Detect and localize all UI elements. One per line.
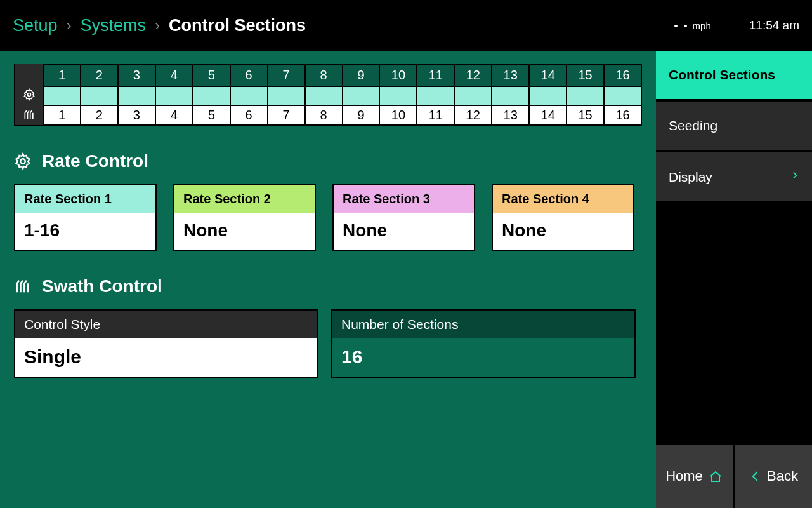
back-button[interactable]: Back [735, 444, 812, 508]
section-strip: 12345678910111213141516 1234567891011121… [14, 64, 642, 126]
chevron-right-icon: › [67, 17, 72, 34]
strip-bottom-cell: 8 [305, 105, 343, 125]
chevron-right-icon [790, 169, 799, 185]
strip-row-bar [43, 86, 641, 105]
strip-bottom-cell: 10 [379, 105, 417, 125]
side-tab-label: Seeding [669, 118, 717, 133]
rate-section-value: None [334, 213, 474, 250]
rate-section-label: Rate Section 3 [334, 185, 474, 213]
rate-section-label: Rate Section 2 [174, 185, 315, 213]
rate-section-cards: Rate Section 11-16Rate Section 2NoneRate… [14, 184, 642, 251]
strip-bottom-cell: 6 [230, 105, 268, 125]
strip-bottom-cell: 7 [268, 105, 305, 125]
breadcrumb-systems[interactable]: Systems [81, 16, 147, 36]
rate-section-value: None [493, 213, 633, 250]
strip-bar-cell [379, 86, 417, 105]
strip-top-cell: 10 [379, 64, 417, 86]
chevron-left-icon [749, 469, 762, 484]
strip-top-cell: 11 [417, 64, 454, 86]
speed-value: - - [674, 19, 689, 32]
rate-section-card-1[interactable]: Rate Section 11-16 [14, 184, 157, 251]
strip-bottom-cell: 1 [43, 105, 81, 125]
swath-control-header: Swath Control [14, 276, 642, 297]
speed-display: - - mph [674, 19, 711, 32]
strip-top-cell: 1 [43, 64, 81, 86]
strip-top-cell: 3 [118, 64, 155, 86]
side-tab-label: Control Sections [669, 67, 775, 83]
num-sections-value: 16 [332, 338, 634, 377]
side-panel: Control SectionsSeedingDisplay Home [656, 51, 812, 508]
control-style-value[interactable]: Single [15, 338, 317, 377]
home-label: Home [665, 468, 703, 485]
side-tab-control-sections[interactable]: Control Sections [656, 51, 812, 99]
side-tab-display[interactable]: Display [656, 152, 812, 201]
gear-icon [15, 84, 43, 105]
strip-bottom-cell: 9 [343, 105, 380, 125]
strip-bar-cell [604, 86, 641, 105]
strip-bar-cell [566, 86, 604, 105]
strip-bar-cell [305, 86, 343, 105]
strip-top-cell: 14 [529, 64, 566, 86]
strip-bar-cell [193, 86, 230, 105]
strip-bottom-cell: 16 [604, 105, 641, 125]
breadcrumb-setup[interactable]: Setup [13, 16, 58, 36]
clock: 11:54 am [749, 18, 799, 32]
home-icon [708, 469, 723, 484]
strip-bar-cell [492, 86, 529, 105]
rate-section-label: Rate Section 4 [493, 185, 633, 213]
svg-point-0 [27, 93, 30, 96]
rate-section-value: None [174, 213, 315, 250]
strip-bar-cell [155, 86, 193, 105]
strip-bar-cell [268, 86, 305, 105]
breadcrumb: Setup › Systems › Control Sections [13, 16, 306, 36]
strip-bar-cell [230, 86, 268, 105]
rate-control-title: Rate Control [42, 151, 148, 171]
rate-control-header: Rate Control [14, 151, 642, 171]
gear-icon [14, 152, 32, 170]
strip-bottom-cell: 14 [529, 105, 566, 125]
strip-bar-cell [43, 86, 81, 105]
strip-row-top-numbers: 12345678910111213141516 [43, 64, 641, 86]
rate-section-card-3[interactable]: Rate Section 3None [332, 184, 475, 251]
home-button[interactable]: Home [656, 444, 733, 508]
speed-unit: mph [693, 20, 711, 31]
rate-section-value: 1-16 [15, 213, 155, 250]
strip-blank-cell [15, 64, 43, 84]
control-style-label: Control Style [15, 311, 317, 338]
strip-top-cell: 5 [193, 64, 230, 86]
strip-top-cell: 8 [305, 64, 343, 86]
strip-bar-cell [81, 86, 118, 105]
side-tabs: Control SectionsSeedingDisplay [656, 51, 812, 444]
strip-bottom-cell: 15 [566, 105, 604, 125]
num-sections-card: Number of Sections 16 [331, 309, 636, 378]
strip-top-cell: 2 [81, 64, 118, 86]
main-panel: 12345678910111213141516 1234567891011121… [0, 51, 656, 508]
control-style-card[interactable]: Control Style Single [14, 309, 318, 378]
strip-top-cell: 6 [230, 64, 268, 86]
side-tab-seeding[interactable]: Seeding [656, 102, 812, 150]
strip-bottom-cell: 11 [417, 105, 454, 125]
strip-top-cell: 15 [566, 64, 604, 86]
swath-rows-icon [15, 105, 43, 125]
strip-bar-cell [343, 86, 380, 105]
side-tab-label: Display [669, 170, 712, 185]
strip-bottom-cell: 4 [155, 105, 193, 125]
strip-top-cell: 16 [604, 64, 641, 86]
strip-bar-cell [454, 86, 492, 105]
strip-top-cell: 9 [343, 64, 380, 86]
num-sections-label: Number of Sections [332, 311, 634, 338]
strip-bottom-cell: 3 [118, 105, 155, 125]
rate-section-card-4[interactable]: Rate Section 4None [492, 184, 634, 251]
strip-top-cell: 4 [155, 64, 193, 86]
strip-bottom-cell: 2 [81, 105, 118, 125]
swath-control-title: Swath Control [42, 276, 162, 297]
back-label: Back [767, 468, 798, 485]
breadcrumb-current: Control Sections [169, 16, 306, 36]
strip-bar-cell [529, 86, 566, 105]
strip-bottom-cell: 13 [492, 105, 529, 125]
rate-section-card-2[interactable]: Rate Section 2None [173, 184, 316, 251]
rate-section-label: Rate Section 1 [15, 185, 155, 213]
strip-top-cell: 12 [454, 64, 492, 86]
strip-bar-cell [417, 86, 454, 105]
svg-point-1 [20, 159, 25, 163]
